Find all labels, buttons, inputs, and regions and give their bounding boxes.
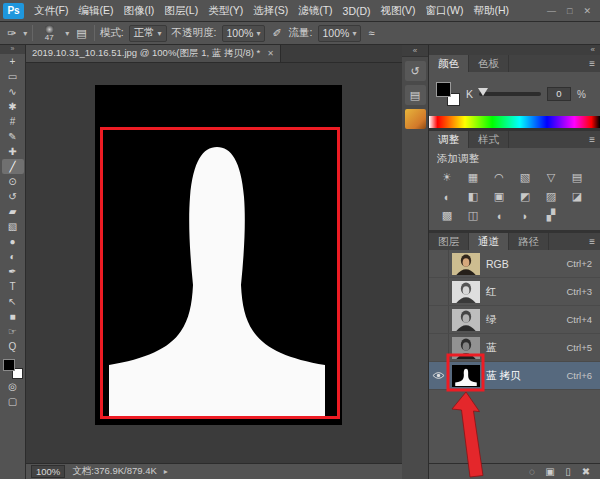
quick-mask-button[interactable]: ◎ — [2, 379, 24, 394]
color-lookup-icon[interactable]: ▨ — [538, 187, 564, 206]
menu-image[interactable]: 图像(I) — [118, 4, 159, 18]
tab-channels[interactable]: 通道 — [469, 233, 509, 250]
hand-tool[interactable]: ☞ — [2, 324, 24, 339]
screen-mode-button[interactable]: ▢ — [2, 394, 24, 409]
lasso-tool[interactable]: ∿ — [2, 84, 24, 99]
close-icon[interactable]: ✕ — [267, 49, 274, 58]
channel-thumbnail[interactable] — [452, 365, 480, 387]
chevron-down-icon[interactable]: ▾ — [65, 29, 69, 38]
tab-layers[interactable]: 图层 — [429, 233, 469, 250]
toolbar-collapse-button[interactable]: » — [0, 45, 25, 54]
color-swatches[interactable] — [3, 359, 23, 379]
document-tab[interactable]: 2019.10.31_10.16.51.jpg @ 100%(图层 1, 蓝 拷… — [26, 45, 281, 62]
visibility-toggle[interactable] — [429, 278, 449, 305]
brush-preset-picker[interactable]: 47 — [38, 25, 60, 42]
color-balance-icon[interactable]: ◐ — [434, 187, 460, 206]
visibility-toggle[interactable] — [429, 250, 449, 277]
menu-edit[interactable]: 编辑(E) — [73, 4, 118, 18]
k-slider[interactable] — [479, 92, 541, 96]
new-channel-icon[interactable]: ▯ — [560, 466, 576, 477]
black-white-icon[interactable]: ◧ — [460, 187, 486, 206]
photo-filter-icon[interactable]: ▣ — [486, 187, 512, 206]
zoom-tool[interactable]: Q — [2, 339, 24, 354]
threshold-icon[interactable]: ◫ — [460, 206, 486, 225]
eyedropper-tool[interactable]: ✎ — [2, 129, 24, 144]
visibility-toggle[interactable] — [429, 306, 449, 333]
menu-filter[interactable]: 滤镜(T) — [293, 4, 337, 18]
menu-help[interactable]: 帮助(H) — [469, 4, 515, 18]
airbrush-icon[interactable]: ≈ — [366, 27, 376, 39]
foreground-color-swatch[interactable] — [3, 359, 15, 371]
foreground-background-swatches[interactable] — [436, 82, 460, 106]
load-selection-icon[interactable]: ◌ — [524, 466, 540, 477]
brush-tool[interactable]: ╱ — [2, 159, 24, 174]
brightness-contrast-icon[interactable]: ☀ — [434, 168, 460, 187]
levels-icon[interactable]: ▦ — [460, 168, 486, 187]
panel-menu-icon[interactable]: ≡ — [589, 55, 600, 72]
channel-row-red[interactable]: 红 Ctrl+3 — [429, 278, 600, 306]
panel-menu-icon[interactable]: ≡ — [589, 131, 600, 148]
canvas[interactable] — [26, 63, 402, 463]
visibility-toggle[interactable] — [429, 334, 449, 361]
chevron-right-icon[interactable]: ▸ — [164, 467, 168, 476]
minimize-icon[interactable]: — — [547, 6, 556, 16]
tool-preset-icon[interactable]: ✑ — [5, 27, 18, 40]
flow-dropdown[interactable]: 100% ▾ — [318, 25, 362, 42]
tab-adjustments[interactable]: 调整 — [429, 131, 469, 148]
visibility-toggle[interactable] — [429, 362, 449, 389]
menu-type[interactable]: 类型(Y) — [203, 4, 248, 18]
delete-channel-icon[interactable]: ✖ — [578, 466, 594, 477]
channel-row-blue[interactable]: 蓝 Ctrl+5 — [429, 334, 600, 362]
menu-file[interactable]: 文件(F) — [29, 4, 73, 18]
shape-tool[interactable]: ■ — [2, 309, 24, 324]
channel-mixer-icon[interactable]: ◩ — [512, 187, 538, 206]
menu-layer[interactable]: 图层(L) — [159, 4, 203, 18]
libraries-panel-icon[interactable] — [405, 109, 426, 129]
dock-header[interactable]: « — [429, 45, 600, 55]
pen-tool[interactable]: ✒ — [2, 264, 24, 279]
blur-tool[interactable]: ● — [2, 234, 24, 249]
dock-expand-button[interactable]: « — [402, 45, 428, 57]
clone-stamp-tool[interactable]: ⊙ — [2, 174, 24, 189]
pen-pressure-icon[interactable]: ✐ — [270, 27, 283, 40]
history-brush-tool[interactable]: ↺ — [2, 189, 24, 204]
tab-color[interactable]: 颜色 — [429, 55, 469, 72]
menu-3d[interactable]: 3D(D) — [338, 5, 376, 17]
save-selection-icon[interactable]: ▣ — [542, 466, 558, 477]
curves-icon[interactable]: ◠ — [486, 168, 512, 187]
panel-menu-icon[interactable]: ≡ — [589, 233, 600, 250]
type-tool[interactable]: T — [2, 279, 24, 294]
zoom-level-field[interactable]: 100% — [31, 465, 65, 478]
channel-row-rgb[interactable]: RGB Ctrl+2 — [429, 250, 600, 278]
tab-styles[interactable]: 样式 — [469, 131, 509, 148]
menu-window[interactable]: 窗口(W) — [421, 4, 469, 18]
k-value-field[interactable]: 0 — [547, 87, 571, 101]
adjustment-icon[interactable]: ▞ — [538, 206, 564, 225]
invert-icon[interactable]: ◪ — [564, 187, 590, 206]
color-spectrum-ramp[interactable] — [429, 116, 600, 128]
move-tool[interactable]: + — [2, 54, 24, 69]
maximize-icon[interactable]: □ — [567, 6, 572, 16]
history-panel-icon[interactable]: ↺ — [405, 61, 426, 81]
hue-saturation-icon[interactable]: ▤ — [564, 168, 590, 187]
close-icon[interactable]: ✕ — [583, 6, 591, 16]
quick-selection-tool[interactable]: ✱ — [2, 99, 24, 114]
gradient-tool[interactable]: ▧ — [2, 219, 24, 234]
channel-thumbnail[interactable] — [452, 309, 480, 331]
channel-thumbnail[interactable] — [452, 337, 480, 359]
eraser-tool[interactable]: ▰ — [2, 204, 24, 219]
healing-brush-tool[interactable]: ✚ — [2, 144, 24, 159]
exposure-icon[interactable]: ▧ — [512, 168, 538, 187]
crop-tool[interactable]: # — [2, 114, 24, 129]
menu-view[interactable]: 视图(V) — [376, 4, 421, 18]
slider-handle-icon[interactable] — [478, 88, 488, 96]
foreground-color-swatch[interactable] — [436, 82, 451, 97]
menu-select[interactable]: 选择(S) — [248, 4, 293, 18]
channel-thumbnail[interactable] — [452, 281, 480, 303]
channel-thumbnail[interactable] — [452, 253, 480, 275]
opacity-dropdown[interactable]: 100% ▾ — [222, 25, 266, 42]
path-selection-tool[interactable]: ↖ — [2, 294, 24, 309]
tab-paths[interactable]: 路径 — [509, 233, 549, 250]
gradient-map-icon[interactable]: ◖ — [486, 206, 512, 225]
dodge-tool[interactable]: ◐ — [2, 249, 24, 264]
